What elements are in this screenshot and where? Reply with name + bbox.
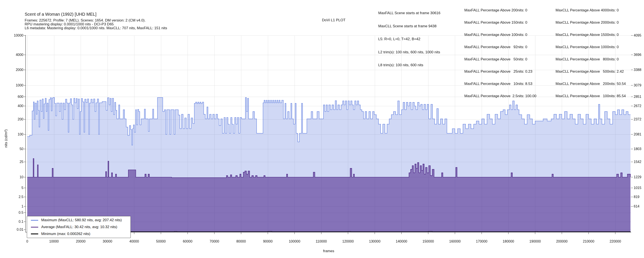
y-tick-label-right: 2372: [634, 117, 642, 122]
legend-item-average: Average (MaxFALL: 30.42 nits, avg: 10.32…: [27, 225, 130, 229]
stat-line: MaxCLL Percentage Above 1500nits: 0: [556, 33, 626, 37]
y-tick-label-left: 2000: [0, 68, 24, 72]
stat-line: MaxFALL Percentage Above 2.5nits: 100.00: [464, 94, 536, 98]
page-title: Scent of a Woman (1992) [UHD MEL]: [25, 12, 96, 17]
y-tick-label-right: 1229: [634, 175, 642, 180]
y-tick-label-left: 400: [0, 104, 24, 108]
x-tick-label: 220000: [602, 239, 628, 244]
dovi-l1-plot-page: Scent of a Woman (1992) [UHD MEL] Frames…: [0, 0, 644, 258]
y-tick-label-left: 50: [0, 147, 24, 151]
x-tick-label: 100000: [282, 239, 308, 244]
stat-line: MaxFALL Percentage Above 150nits: 0: [464, 20, 536, 25]
y-tick-label-right: 3696: [634, 52, 642, 57]
x-tick-label: 120000: [335, 239, 361, 244]
x-tick-label: 50000: [148, 239, 174, 244]
y-tick-label-right: 2851: [634, 94, 642, 99]
y-tick-label-right: 1015: [634, 186, 642, 190]
maximum-line-swatch: [31, 220, 38, 221]
x-tick-label: 0: [14, 239, 40, 244]
stat-line: MaxFALL Percentage Above 92nits: 0: [464, 45, 536, 49]
stat-line: MaxFALL Percentage Above 10nits: 8.53: [464, 81, 536, 86]
y-tick-label-right: 614: [634, 204, 640, 209]
scene-info-maxcll: MaxCLL Scene starts at frame 9438: [378, 24, 440, 29]
stat-line: MaxCLL Percentage Above 200nits: 50.54: [556, 81, 626, 86]
header-frames-info: Frames: 225672. Profile: 7 (MEL). Scenes…: [25, 18, 146, 23]
x-tick-label: 70000: [202, 239, 227, 244]
stat-line: MaxFALL Percentage Above 50nits: 0: [464, 57, 536, 61]
x-tick-label: 130000: [362, 239, 388, 244]
scene-info-block: MaxFALL Scene starts at frame 30616 MaxC…: [378, 3, 440, 76]
y-tick-label-left: 0.01: [0, 227, 24, 232]
y-tick-label-left: 200: [0, 117, 24, 122]
y-tick-label-right: 2081: [634, 132, 642, 137]
average-line-swatch: [31, 227, 38, 227]
x-tick-label: 20000: [68, 239, 94, 244]
y-tick-label-left: 1: [0, 204, 24, 209]
legend: Maximum (MaxCLL: 580.92 nits, avg: 207.4…: [27, 216, 131, 238]
maxcll-stats-block: MaxCLL Percentage Above 4000nits: 0 MaxC…: [556, 0, 626, 106]
minimum-line-swatch: [31, 233, 38, 234]
x-tick-label: 10000: [41, 239, 67, 244]
x-tick-label: 60000: [175, 239, 200, 244]
y-tick-label-left: 100: [0, 132, 24, 137]
scene-info-l8-trims: L8 trim(s): 100 nits, 600 nits: [378, 63, 440, 68]
y-tick-label-left: 10: [0, 175, 24, 180]
y-tick-label-left: 2.5: [0, 195, 24, 199]
header-rpu-info: RPU mastering display: 0.0001/1000 nits …: [25, 22, 114, 27]
stat-line: MaxFALL Percentage Above 200nits: 0: [464, 8, 536, 13]
stat-line: MaxCLL Percentage Above 4000nits: 0: [556, 8, 626, 13]
x-tick-label: 80000: [228, 239, 254, 244]
y-tick-label-left: 0.5: [0, 210, 24, 215]
scene-info-l5: L5: R=0, L=0, T=42, B=42: [378, 37, 440, 42]
x-tick-label: 140000: [388, 239, 414, 244]
y-tick-label-right: 3388: [634, 68, 642, 72]
legend-label: Maximum (MaxCLL: 580.92 nits, avg: 207.4…: [41, 218, 122, 222]
x-tick-label: 170000: [469, 239, 494, 244]
stat-line: MaxFALL Percentage Above 25nits: 0.23: [464, 69, 536, 74]
stat-line: MaxCLL Percentage Above 100nits: 85.54: [556, 94, 626, 98]
y-tick-label-left: 600: [0, 94, 24, 99]
stat-line: MaxCLL Percentage Above 500nits: 2.42: [556, 69, 626, 74]
stat-line: MaxCLL Percentage Above 2000nits: 0: [556, 20, 626, 25]
y-tick-label-right: 1542: [634, 160, 642, 164]
x-axis-label: frames: [323, 249, 334, 253]
legend-label: Minimum (max: 0.000262 nits): [41, 232, 90, 236]
plot-title: DoVi L1 PLOT: [322, 18, 346, 22]
x-tick-label: 40000: [121, 239, 147, 244]
legend-label: Average (MaxFALL: 30.42 nits, avg: 10.32…: [41, 225, 117, 229]
x-tick-label: 200000: [549, 239, 575, 244]
x-tick-label: 110000: [308, 239, 334, 244]
x-tick-label: 150000: [416, 239, 441, 244]
legend-item-minimum: Minimum (max: 0.000262 nits): [27, 232, 130, 236]
y-tick-label-left: 0.1: [0, 219, 24, 224]
y-tick-label-right: 2672: [634, 104, 642, 108]
x-tick-label: 210000: [576, 239, 602, 244]
scene-info-l2-trims: L2 trim(s): 100 nits, 600 nits, 1000 nit…: [378, 50, 440, 55]
header-l6-info: L6 metadata: Mastering display: 0.0001/1…: [25, 26, 167, 30]
maxfall-stats-block: MaxFALL Percentage Above 200nits: 0 MaxF…: [464, 0, 536, 106]
stat-line: MaxCLL Percentage Above 1000nits: 0: [556, 45, 626, 49]
x-tick-label: 190000: [522, 239, 548, 244]
x-tick-label: 30000: [95, 239, 120, 244]
y-tick-label-left: 10000: [0, 33, 24, 38]
x-tick-label: 160000: [442, 239, 468, 244]
x-tick-label: 90000: [255, 239, 281, 244]
stat-line: MaxCLL Percentage Above 800nits: 0: [556, 57, 626, 61]
y-tick-label-right: 3079: [634, 83, 642, 88]
y-tick-label-left: 25: [0, 160, 24, 164]
y-tick-label-right: 819: [634, 195, 640, 199]
y-tick-label-left: 5: [0, 186, 24, 190]
stat-line: MaxFALL Percentage Above 100nits: 0: [464, 33, 536, 37]
y-tick-label-right: 1803: [634, 147, 642, 151]
x-tick-label: 180000: [496, 239, 521, 244]
y-tick-label-right: 4095: [634, 33, 642, 38]
legend-item-maximum: Maximum (MaxCLL: 580.92 nits, avg: 207.4…: [27, 218, 130, 222]
scene-info-maxfall: MaxFALL Scene starts at frame 30616: [378, 11, 440, 16]
y-tick-label-left: 4000: [0, 52, 24, 57]
y-tick-label-left: 1000: [0, 83, 24, 88]
